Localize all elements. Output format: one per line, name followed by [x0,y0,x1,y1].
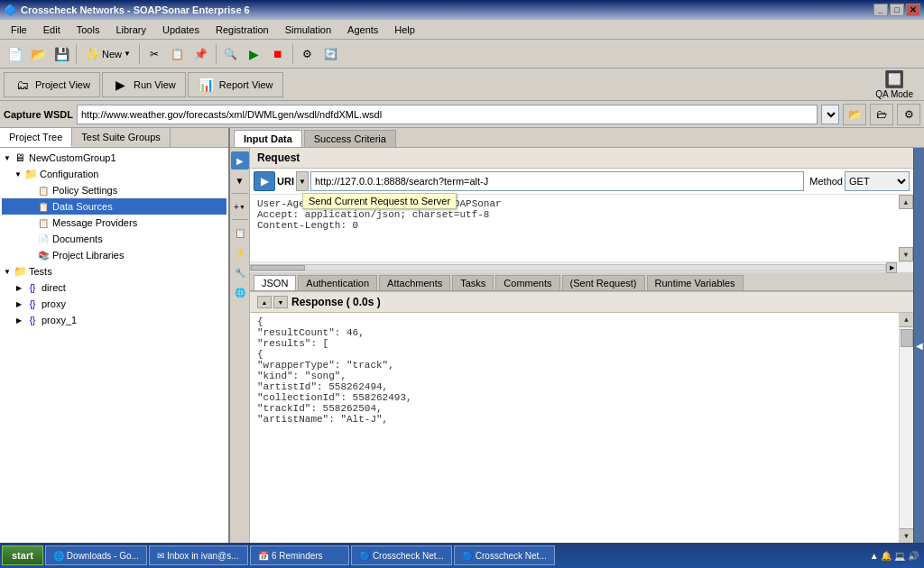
vtool-btn-6[interactable]: 🌐 [231,283,249,301]
run-view-button[interactable]: ▶ Run View [102,72,186,97]
tree-item-policy[interactable]: 📋 Policy Settings [2,182,226,198]
menu-help[interactable]: Help [387,23,422,37]
tab-test-suite-groups[interactable]: Test Suite Groups [72,128,170,147]
toolbar-cut-btn[interactable]: ✂ [143,43,165,65]
menu-library[interactable]: Library [108,23,153,37]
menu-updates[interactable]: Updates [155,23,207,37]
toolbar-stop-btn[interactable]: ⏹ [267,43,289,65]
tree-item-direct[interactable]: ▶ {} direct [2,279,226,296]
response-section: ▲ ▼ Response ( 0.0s ) { "resultCount": 4… [250,291,913,543]
req-scroll-up[interactable]: ▲ [899,195,913,209]
tab-project-tree[interactable]: Project Tree [0,128,72,147]
toolbar-sep1 [76,44,77,64]
wsdl-url-input[interactable] [77,105,818,124]
taskbar-item-3[interactable]: 📅 6 Reminders [250,545,349,565]
tab-authentication[interactable]: Authentication [298,275,377,290]
resp-line-5: "wrapperType": "track", [257,360,906,371]
toolbar-settings-btn[interactable]: ⚙ [297,43,319,65]
menu-registration[interactable]: Registration [208,23,276,37]
resp-scrollbar-up[interactable]: ▲ [900,313,914,327]
toolbar-open-btn[interactable]: 📂 [27,43,49,65]
toolbar-new-icon: 📄 [4,43,25,65]
uri-dropdown-arrow[interactable]: ▼ [296,171,309,191]
taskbar-item-2[interactable]: ✉ Inbox in ivan@s... [149,545,248,565]
new-icon: ✨ [85,47,100,61]
request-line-2: Accept: application/json; charset=utf-8 [257,209,906,220]
toolbar-refresh-btn[interactable]: 🔄 [320,43,342,65]
minimize-button[interactable]: _ [873,4,888,16]
right-collapse-btn[interactable]: ◀ [913,148,924,543]
tree-item-msgproviders[interactable]: 📋 Message Providers [2,215,226,231]
method-select[interactable]: GETPOSTPUTDELETEHEADOPTIONS [845,171,910,191]
tree-item-config[interactable]: ▼ 📁 Configuration [2,166,226,182]
tree-item-datasources[interactable]: 📋 Data Sources [2,198,226,215]
request-header: Request [250,148,913,169]
vtool-btn-3[interactable]: 📋 [231,224,249,242]
toolbar-save-btn[interactable]: 💾 [51,43,72,65]
response-body: { "resultCount": 46, "results": [ { "wra… [250,313,913,543]
tree-item-documents[interactable]: 📄 Documents [2,231,226,247]
send-request-toolbar-btn[interactable]: ▶ [231,151,249,169]
resp-line-3: "results": [ [257,338,906,349]
tab-json[interactable]: JSON [254,275,296,290]
taskbar-item-5[interactable]: 🔵 Crosscheck Net... [454,545,555,565]
menu-file[interactable]: File [4,23,34,37]
qa-mode-button[interactable]: 🔲 QA Mode [868,68,920,101]
toolbar-sep4 [292,44,293,64]
taskbar-item-4[interactable]: 🔵 Crosscheck Net... [351,545,452,565]
new-button[interactable]: ✨ New ▼ [80,43,135,65]
page-icon-msgproviders: 📋 [36,215,51,230]
tab-tasks[interactable]: Tasks [452,275,494,290]
vtool-btn-2[interactable]: ▼ [231,171,249,189]
toolbar-find-btn[interactable]: 🔍 [220,43,242,65]
close-button[interactable]: ✕ [906,4,920,16]
send-button[interactable]: ▶ [254,171,275,191]
tab-attachments[interactable]: Attachments [379,275,450,290]
uri-input[interactable] [310,171,804,191]
resp-scrollbar-down[interactable]: ▼ [900,528,914,543]
vtool-btn-5[interactable]: 🔧 [231,263,249,281]
req-scroll-down[interactable]: ▼ [899,247,913,261]
h-scroll-right[interactable]: ▶ [886,262,897,273]
toolbar-run-btn[interactable]: ▶ [244,43,265,65]
report-view-button[interactable]: 📊 Report View [188,72,283,97]
tree-item-proxy1[interactable]: ▶ {} proxy_1 [2,312,226,328]
tab-sent-request[interactable]: (Sent Request) [562,275,645,290]
resp-scrollbar[interactable]: ▲ ▼ [899,313,913,543]
qa-mode-label: QA Mode [875,89,913,99]
tab-comments[interactable]: Comments [495,275,559,290]
tab-input-data[interactable]: Input Data [234,130,302,147]
h-scroll-bar[interactable]: ▶ [250,262,913,273]
request-title: Request [257,151,300,164]
taskbar-item-1[interactable]: 🌐 Downloads - Go... [45,545,147,565]
menu-simulation[interactable]: Simulation [278,23,338,37]
menu-agents[interactable]: Agents [340,23,385,37]
menu-edit[interactable]: Edit [36,23,68,37]
resp-scroll-up[interactable]: ▲ [257,296,272,308]
toolbar-paste-btn[interactable]: 📌 [190,43,212,65]
vtool-btn-add[interactable]: + ▼ [231,197,249,215]
vtool-btn-4[interactable]: ⚡ [231,243,249,261]
resp-scrollbar-thumb[interactable] [901,329,913,347]
resp-scroll-down[interactable]: ▼ [273,296,288,308]
wsdl-folder-btn[interactable]: 🗁 [870,104,893,125]
tab-runtime-variables[interactable]: Runtime Variables [647,275,744,290]
start-button[interactable]: start [2,545,43,565]
tree-item-proxy[interactable]: ▶ {} proxy [2,296,226,312]
report-view-icon: 📊 [198,76,216,94]
project-view-button[interactable]: 🗂 Project View [4,72,100,97]
title-bar: 🔷 Crosscheck Networks - SOAPSonar Enterp… [0,0,924,20]
tree-item-projlibs[interactable]: 📚 Project Libraries [2,247,226,263]
tree-item-tests[interactable]: ▼ 📁 Tests [2,263,226,279]
tab-success-criteria[interactable]: Success Criteria [304,130,396,147]
menu-tools[interactable]: Tools [69,23,107,37]
wsdl-settings-btn[interactable]: ⚙ [897,104,920,125]
toolbar-copy-btn[interactable]: 📋 [167,43,189,65]
new-dropdown-arrow[interactable]: ▼ [124,50,131,58]
wsdl-open-btn[interactable]: 📂 [843,104,866,125]
wsdl-bar: Capture WSDL 📂 🗁 ⚙ [0,101,924,128]
wsdl-url-dropdown[interactable] [821,105,839,124]
tree-label-root: NewCustomGroup1 [29,152,116,163]
maximize-button[interactable]: □ [890,4,904,16]
tree-item-root[interactable]: ▼ 🖥 NewCustomGroup1 [2,150,226,166]
